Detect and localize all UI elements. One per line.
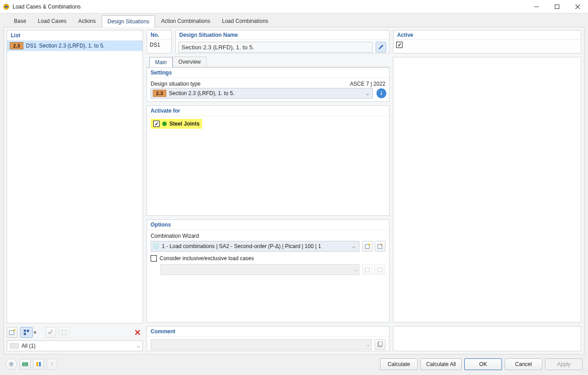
no-header: No.	[147, 31, 171, 40]
tab-base[interactable]: Base	[8, 15, 32, 27]
list-filter[interactable]: All (1) ⌵	[7, 340, 143, 351]
info-button[interactable]: i	[376, 88, 386, 98]
new-item-button[interactable]	[7, 327, 17, 338]
subtab-overview[interactable]: Overview	[173, 57, 207, 67]
list-panel: List 2.3 DS1 Section 2.3 (LRFD), 1. to 5…	[7, 30, 143, 351]
tab-actions[interactable]: Actions	[72, 15, 101, 27]
design-situation-type-select[interactable]: 2.3 Section 2.3 (LRFD), 1. to 5. ⌵	[151, 88, 373, 99]
ok-button[interactable]: OK	[464, 358, 502, 370]
app-icon	[3, 3, 10, 10]
name-header: Design Situation Name	[176, 31, 389, 40]
subtab-main[interactable]: Main	[149, 57, 173, 67]
incl-excl-select: ⌵	[160, 264, 359, 275]
svg-text:f: f	[52, 362, 53, 366]
list-body: 2.3 DS1 Section 2.3 (LRFD), 1. to 5.	[7, 41, 143, 323]
main-tabs: Base Load Cases Actions Design Situation…	[1, 14, 587, 27]
minimize-button[interactable]	[526, 0, 547, 13]
help-button[interactable]: ?	[5, 358, 17, 370]
activate-group: Activate for Steel Joints	[147, 105, 389, 216]
function-button[interactable]: f	[47, 359, 57, 370]
tab-action-combinations[interactable]: Action Combinations	[155, 15, 216, 27]
name-box: Design Situation Name	[175, 30, 389, 53]
chevron-down-icon: ⌵	[364, 90, 371, 96]
active-checkbox[interactable]	[396, 42, 402, 48]
tab-load-cases[interactable]: Load Cases	[32, 15, 72, 27]
calculate-button[interactable]: Calculate	[380, 358, 418, 370]
comment-library-button[interactable]	[375, 339, 385, 350]
wizard-edit-button[interactable]	[375, 241, 385, 252]
incl-excl-label: Consider inclusive/exclusive load cases	[160, 255, 254, 262]
list-item-badge: 2.3	[10, 42, 23, 49]
chevron-down-icon: ⌵	[365, 341, 372, 348]
settings-standard: ASCE 7 | 2022	[350, 81, 385, 87]
combination-wizard-select[interactable]: 1 - Load combinations | SA2 - Second-ord…	[151, 241, 359, 252]
wizard-swatch-icon	[153, 243, 159, 249]
filter-swatch-icon	[10, 343, 19, 349]
window-controls	[526, 0, 588, 13]
close-button[interactable]	[567, 0, 588, 13]
details-panel: No. DS1 Design Situation Name Ac	[147, 30, 581, 351]
name-input[interactable]	[178, 42, 373, 52]
list-item-id: DS1	[26, 43, 36, 49]
svg-rect-5	[27, 330, 29, 332]
status-dot-icon	[162, 122, 167, 126]
combination-wizard-value: 1 - Load combinations | SA2 - Second-ord…	[162, 243, 321, 249]
svg-rect-1	[555, 4, 559, 9]
check-toggle-button[interactable]	[45, 327, 56, 338]
list-toolbar: ▾	[7, 325, 143, 340]
chevron-down-icon: ⌵	[352, 266, 359, 273]
options-group: Options Combination Wizard 1 - Load comb…	[147, 219, 389, 323]
svg-rect-12	[378, 268, 382, 272]
svg-rect-4	[24, 330, 26, 332]
subtabs: Main Overview	[147, 57, 389, 67]
svg-rect-19	[36, 362, 38, 366]
work-area: List 2.3 DS1 Section 2.3 (LRFD), 1. to 5…	[4, 27, 584, 354]
tab-load-combinations[interactable]: Load Combinations	[216, 15, 274, 27]
svg-rect-7	[62, 330, 66, 335]
incl-excl-new-button	[362, 264, 373, 275]
calculate-all-button[interactable]: Calculate All	[420, 358, 462, 370]
comment-group: Comment ⌵	[147, 326, 389, 351]
active-box: Active	[393, 30, 581, 53]
details-button[interactable]	[33, 359, 44, 370]
client-area: Base Load Cases Actions Design Situation…	[0, 13, 588, 375]
activate-checkbox[interactable]	[153, 121, 160, 127]
tab-design-situations[interactable]: Design Situations	[102, 15, 155, 27]
comment-select[interactable]: ⌵	[151, 339, 372, 350]
svg-point-9	[368, 244, 370, 245]
incl-excl-checkbox[interactable]	[151, 255, 157, 262]
svg-rect-2	[9, 331, 14, 335]
rename-button[interactable]	[376, 42, 386, 52]
view-mode-button[interactable]	[20, 327, 33, 338]
comment-header: Comment	[147, 327, 389, 337]
preview-spacer	[393, 326, 581, 351]
no-value: DS1	[150, 42, 160, 48]
maximize-button[interactable]	[547, 0, 567, 13]
titlebar: Load Cases & Combinations	[0, 0, 588, 13]
svg-rect-6	[24, 333, 26, 335]
svg-rect-20	[39, 362, 41, 366]
type-badge: 2.3	[153, 90, 166, 97]
resize-grip-icon[interactable]: ⋰⋰	[582, 369, 587, 374]
list-item[interactable]: 2.3 DS1 Section 2.3 (LRFD), 1. to 5.	[7, 41, 143, 51]
incl-excl-edit-button	[375, 264, 385, 275]
delete-button[interactable]	[132, 327, 143, 338]
window-title: Load Cases & Combinations	[13, 4, 81, 10]
svg-text:0.00: 0.00	[22, 363, 28, 366]
activate-item[interactable]: Steel Joints	[151, 119, 202, 129]
options-header: Options	[147, 220, 389, 230]
preview-pane	[393, 57, 581, 323]
list-header: List	[7, 30, 143, 41]
wizard-new-button[interactable]	[362, 241, 373, 252]
type-text: Section 2.3 (LRFD), 1. to 5.	[169, 90, 234, 96]
uncheck-toggle-button[interactable]	[59, 327, 69, 338]
activate-header: Activate for	[147, 106, 389, 116]
settings-group: Settings Design situation type ASCE 7 | …	[147, 67, 389, 102]
cancel-button[interactable]: Cancel	[505, 358, 542, 370]
svg-text:?: ?	[10, 362, 13, 366]
active-header: Active	[393, 31, 581, 40]
combination-wizard-label: Combination Wizard	[151, 233, 385, 239]
units-button[interactable]: 0.00	[20, 359, 30, 370]
chevron-down-icon: ⌵	[350, 243, 357, 249]
svg-point-3	[14, 330, 15, 331]
